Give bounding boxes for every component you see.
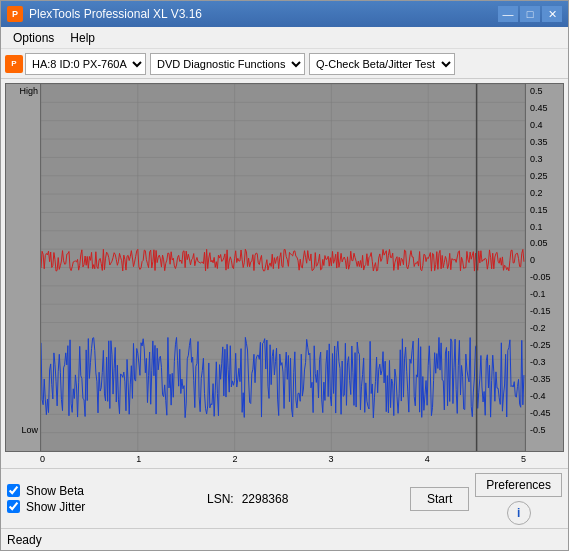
title-bar-controls: — □ ✕ [498,6,562,22]
y-right-6: 0.2 [528,188,561,198]
y-right-9: 0.05 [528,238,561,248]
chart-plot [41,84,525,451]
controls-left: Show Beta Show Jitter [7,484,85,514]
y-right-3: 0.35 [528,137,561,147]
controls-center: LSN: 2298368 [207,492,288,506]
y-right-4: 0.3 [528,154,561,164]
x-label-0: 0 [40,454,45,464]
title-bar: P PlexTools Professional XL V3.16 — □ ✕ [1,1,568,27]
controls-right: Start Preferences i [410,473,562,525]
y-right-15: -0.25 [528,340,561,350]
device-selector-container: P HA:8 ID:0 PX-760A [5,53,146,75]
start-button[interactable]: Start [410,487,469,511]
lsn-label: LSN: [207,492,234,506]
show-jitter-row: Show Jitter [7,500,85,514]
y-right-11: -0.05 [528,272,561,282]
y-right-10: 0 [528,255,561,265]
y-right-5: 0.25 [528,171,561,181]
y-axis-right: 0.5 0.45 0.4 0.35 0.3 0.25 0.2 0.15 0.1 … [525,84,563,451]
y-right-16: -0.3 [528,357,561,367]
y-right-0: 0.5 [528,86,561,96]
info-button[interactable]: i [507,501,531,525]
toolbar: P HA:8 ID:0 PX-760A DVD Diagnostic Funct… [1,49,568,79]
y-right-20: -0.5 [528,425,561,435]
x-label-1: 1 [136,454,141,464]
y-right-8: 0.1 [528,222,561,232]
y-right-2: 0.4 [528,120,561,130]
y-right-7: 0.15 [528,205,561,215]
y-right-12: -0.1 [528,289,561,299]
chart-area: High Low 0.5 0.45 0.4 0.35 0.3 0.25 0.2 … [5,83,564,452]
menu-options[interactable]: Options [5,29,62,47]
y-low-label: Low [8,425,38,435]
y-right-19: -0.45 [528,408,561,418]
preferences-button[interactable]: Preferences [475,473,562,497]
x-label-4: 4 [425,454,430,464]
test-select[interactable]: Q-Check Beta/Jitter Test [309,53,455,75]
y-right-13: -0.15 [528,306,561,316]
y-axis-left: High Low [6,84,41,451]
lsn-value: 2298368 [242,492,289,506]
show-jitter-checkbox[interactable] [7,500,20,513]
window-title: PlexTools Professional XL V3.16 [29,7,202,21]
y-right-17: -0.35 [528,374,561,384]
show-beta-checkbox[interactable] [7,484,20,497]
status-bar: Ready [1,528,568,550]
menu-bar: Options Help [1,27,568,49]
controls-area: Show Beta Show Jitter LSN: 2298368 Start… [1,468,568,528]
show-beta-label: Show Beta [26,484,84,498]
status-text: Ready [7,533,42,547]
app-icon: P [7,6,23,22]
y-right-14: -0.2 [528,323,561,333]
minimize-button[interactable]: — [498,6,518,22]
x-label-3: 3 [329,454,334,464]
title-bar-left: P PlexTools Professional XL V3.16 [7,6,202,22]
y-high-label: High [8,86,38,96]
main-content: High Low 0.5 0.45 0.4 0.35 0.3 0.25 0.2 … [1,79,568,468]
chart-canvas [41,84,525,451]
y-right-18: -0.4 [528,391,561,401]
x-axis: 0 1 2 3 4 5 [40,454,526,464]
show-jitter-label: Show Jitter [26,500,85,514]
function-select[interactable]: DVD Diagnostic Functions [150,53,305,75]
x-label-5: 5 [521,454,526,464]
device-icon: P [5,55,23,73]
x-label-2: 2 [232,454,237,464]
device-select[interactable]: HA:8 ID:0 PX-760A [25,53,146,75]
close-button[interactable]: ✕ [542,6,562,22]
show-beta-row: Show Beta [7,484,85,498]
main-window: P PlexTools Professional XL V3.16 — □ ✕ … [0,0,569,551]
y-right-1: 0.45 [528,103,561,113]
menu-help[interactable]: Help [62,29,103,47]
maximize-button[interactable]: □ [520,6,540,22]
